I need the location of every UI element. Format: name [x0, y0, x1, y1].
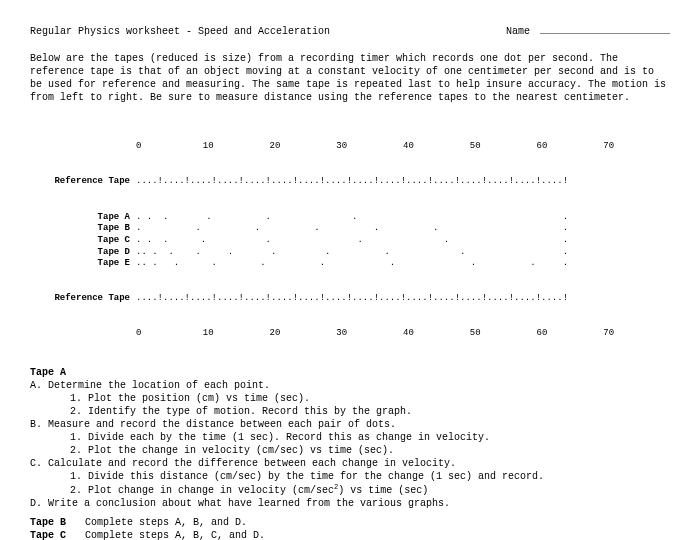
task-sub: 1. Divide this distance (cm/sec) by the …: [30, 470, 670, 483]
scale-tick: 20: [270, 141, 337, 153]
task-sub: 1. Plot the position (cm) vs time (sec).: [30, 392, 670, 405]
scale-tick: 30: [336, 141, 403, 153]
scale-tick: 50: [470, 328, 537, 340]
tape-row: Tape B. . . . . . .: [30, 223, 670, 235]
name-field: Name: [506, 25, 670, 38]
worksheet-title: Regular Physics worksheet - Speed and Ac…: [30, 25, 330, 38]
task-sub: 1. Divide each by the time (1 sec). Reco…: [30, 431, 670, 444]
task-line: B. Measure and record the distance betwe…: [30, 418, 670, 431]
name-blank[interactable]: [540, 33, 670, 34]
scale-top: 010203040506070: [30, 141, 670, 153]
scale-tick: 40: [403, 328, 470, 340]
task-sub: 2. Plot the change in velocity (cm/sec) …: [30, 444, 670, 457]
name-label: Name: [506, 26, 530, 37]
scale-tick: 20: [270, 328, 337, 340]
task-line: A. Determine the location of each point.: [30, 379, 670, 392]
scale-tick: 40: [403, 141, 470, 153]
scale-tick: 60: [537, 141, 604, 153]
tape-label: Tape A: [30, 212, 136, 224]
header: Regular Physics worksheet - Speed and Ac…: [30, 25, 670, 38]
task-sub: 2. Plot change in change in velocity (cm…: [30, 483, 670, 497]
tape-label: Tape D: [30, 247, 136, 259]
task-header: Tape A: [30, 366, 670, 379]
scale-tick: 0: [136, 328, 203, 340]
step-row: Tape BComplete steps A, B, and D.: [30, 516, 670, 529]
tape-row: Tape C. . . . . . . .: [30, 235, 670, 247]
task-line: C. Calculate and record the difference b…: [30, 457, 670, 470]
tape-pattern: . . . . . . . .: [136, 235, 568, 247]
intro-paragraph: Below are the tapes (reduced is size) fr…: [30, 52, 670, 104]
scale-tick: 50: [470, 141, 537, 153]
scale-tick: 70: [603, 141, 670, 153]
tape-label: Tape E: [30, 258, 136, 270]
step-label: Tape C: [30, 529, 85, 540]
tape-pattern: . . . . . . .: [136, 212, 568, 224]
step-label: Tape B: [30, 516, 85, 529]
scale-tick: 60: [537, 328, 604, 340]
task-sub: 2. Identify the type of motion. Record t…: [30, 405, 670, 418]
instructions: Tape A A. Determine the location of each…: [30, 366, 670, 540]
scale-tick: 0: [136, 141, 203, 153]
step-text: Complete steps A, B, C, and D.: [85, 529, 265, 540]
tape-pattern: .. . . . . . . . . .: [136, 247, 568, 259]
tape-diagram: 010203040506070 Reference Tape ....!....…: [30, 118, 670, 352]
tape-pattern: . . . . . . .: [136, 223, 568, 235]
step-row: Tape CComplete steps A, B, C, and D.: [30, 529, 670, 540]
task-line: D. Write a conclusion about what have le…: [30, 497, 670, 510]
scale-tick: 30: [336, 328, 403, 340]
reference-tape-bottom: Reference Tape ....!....!....!....!....!…: [30, 293, 670, 305]
tape-label: Tape C: [30, 235, 136, 247]
step-text: Complete steps A, B, and D.: [85, 516, 247, 529]
scale-bottom: 010203040506070: [30, 328, 670, 340]
tape-steps: Tape BComplete steps A, B, and D.Tape CC…: [30, 516, 670, 540]
scale-tick: 10: [203, 141, 270, 153]
tape-row: Tape D.. . . . . . . . . .: [30, 247, 670, 259]
scale-tick: 70: [603, 328, 670, 340]
tape-row: Tape A. . . . . . .: [30, 212, 670, 224]
tape-pattern: .. . . . . . . . . .: [136, 258, 568, 270]
scale-tick: 10: [203, 328, 270, 340]
reference-tape-top: Reference Tape ....!....!....!....!....!…: [30, 176, 670, 188]
tape-label: Tape B: [30, 223, 136, 235]
tape-row: Tape E.. . . . . . . . . .: [30, 258, 670, 270]
